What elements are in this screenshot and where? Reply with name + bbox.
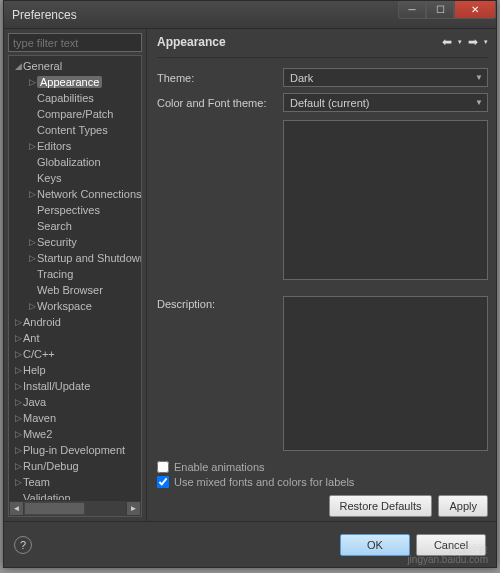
tree-item-label: Web Browser [37,284,103,296]
cancel-button[interactable]: Cancel [416,534,486,556]
dialog-body: ◢General▷AppearanceCapabilitiesCompare/P… [4,29,496,521]
tree-item[interactable]: ▷Editors [9,138,142,154]
tree-item-label: Android [23,316,61,328]
tree-item-label: Tracing [37,268,73,280]
expand-arrow-icon[interactable]: ▷ [13,445,23,455]
scroll-track[interactable] [24,501,126,516]
window-buttons: ─ ☐ ✕ [398,1,496,19]
back-icon[interactable]: ⬅ [442,35,452,49]
tree-item[interactable]: ▷Java [9,394,142,410]
tree-item[interactable]: ▷Mwe2 [9,426,142,442]
scroll-right-button[interactable]: ► [126,501,141,516]
tree-item[interactable]: Content Types [9,122,142,138]
tree-item[interactable]: Globalization [9,154,142,170]
preview-box [283,120,488,280]
tree-item[interactable]: ▷Ant [9,330,142,346]
apply-button[interactable]: Apply [438,495,488,517]
window-title: Preferences [12,8,77,22]
expand-arrow-icon[interactable]: ▷ [13,333,23,343]
tree-item-label: Workspace [37,300,92,312]
tree-item[interactable]: ▷Startup and Shutdown [9,250,142,266]
tree-item[interactable]: ▷Team [9,474,142,490]
tree-item[interactable]: Perspectives [9,202,142,218]
expand-arrow-icon[interactable]: ▷ [13,381,23,391]
tree-item-label: Editors [37,140,71,152]
preferences-window: Preferences ─ ☐ ✕ ◢General▷AppearanceCap… [3,0,497,568]
mixed-fonts-checkbox[interactable]: Use mixed fonts and colors for labels [157,476,488,488]
expand-arrow-icon[interactable]: ▷ [27,189,37,199]
main-panel: Appearance ⬅ ▾ ➡ ▾ Theme: Dark ▼ Color a… [147,29,496,521]
description-label: Description: [157,296,277,451]
nav-icons: ⬅ ▾ ➡ ▾ [442,35,488,49]
tree-item-label: Appearance [37,76,102,88]
expand-arrow-icon[interactable]: ▷ [13,429,23,439]
expand-arrow-icon[interactable]: ▷ [13,397,23,407]
footer-button-row: OK Cancel [340,534,486,556]
minimize-button[interactable]: ─ [398,1,426,19]
enable-animations-checkbox[interactable]: Enable animations [157,461,488,473]
restore-defaults-button[interactable]: Restore Defaults [329,495,433,517]
tree-item[interactable]: ▷Help [9,362,142,378]
tree-item[interactable]: ▷Android [9,314,142,330]
maximize-button[interactable]: ☐ [426,1,454,19]
tree-item[interactable]: Keys [9,170,142,186]
tree-item[interactable]: Web Browser [9,282,142,298]
tree-item[interactable]: Search [9,218,142,234]
close-button[interactable]: ✕ [454,1,496,19]
expand-arrow-icon[interactable]: ▷ [13,317,23,327]
forward-icon[interactable]: ➡ [468,35,478,49]
expand-arrow-icon[interactable]: ▷ [27,253,37,263]
color-font-label: Color and Font theme: [157,97,277,109]
scroll-left-button[interactable]: ◄ [9,501,24,516]
tree-item[interactable]: ▷Appearance [9,74,142,90]
expand-arrow-open-icon[interactable]: ◢ [13,61,23,71]
filter-input[interactable] [8,33,142,52]
expand-arrow-icon[interactable]: ▷ [13,461,23,471]
tree-item[interactable]: ▷Network Connections [9,186,142,202]
expand-arrow-icon[interactable]: ▷ [13,413,23,423]
tree-item[interactable]: Compare/Patch [9,106,142,122]
chevron-down-icon: ▼ [475,98,483,107]
tree-item[interactable]: ▷C/C++ [9,346,142,362]
tree-item-label: Java [23,396,46,408]
expand-arrow-icon[interactable]: ▷ [27,301,37,311]
expand-arrow-icon[interactable]: ▷ [13,349,23,359]
tree-item[interactable]: ▷Workspace [9,298,142,314]
mixed-fonts-label: Use mixed fonts and colors for labels [174,476,354,488]
preferences-tree[interactable]: ◢General▷AppearanceCapabilitiesCompare/P… [9,56,142,517]
enable-animations-input[interactable] [157,461,169,473]
theme-row: Theme: Dark ▼ [157,68,488,87]
expand-arrow-icon[interactable]: ▷ [27,77,37,87]
description-box [283,296,488,451]
tree-item-label: Keys [37,172,61,184]
theme-label: Theme: [157,72,277,84]
tree-item-label: Compare/Patch [37,108,113,120]
tree-item-label: Help [23,364,46,376]
tree-item[interactable]: ▷Maven [9,410,142,426]
forward-menu-icon[interactable]: ▾ [484,38,488,46]
theme-combo[interactable]: Dark ▼ [283,68,488,87]
expand-arrow-icon[interactable]: ▷ [13,365,23,375]
scroll-thumb[interactable] [24,502,85,515]
tree-item[interactable]: ▷Security [9,234,142,250]
tree-item-label: Globalization [37,156,101,168]
expand-arrow-icon[interactable]: ▷ [27,237,37,247]
help-icon[interactable]: ? [14,536,32,554]
titlebar: Preferences ─ ☐ ✕ [4,1,496,29]
color-font-row: Color and Font theme: Default (current) … [157,93,488,112]
tree-item[interactable]: Capabilities [9,90,142,106]
tree-item-label: C/C++ [23,348,55,360]
color-font-value: Default (current) [290,97,369,109]
expand-arrow-icon[interactable]: ▷ [13,477,23,487]
mixed-fonts-input[interactable] [157,476,169,488]
tree-item[interactable]: ◢General [9,58,142,74]
color-font-combo[interactable]: Default (current) ▼ [283,93,488,112]
horizontal-scrollbar[interactable]: ◄ ► [9,500,141,516]
ok-button[interactable]: OK [340,534,410,556]
tree-item[interactable]: ▷Install/Update [9,378,142,394]
tree-item[interactable]: ▷Run/Debug [9,458,142,474]
expand-arrow-icon[interactable]: ▷ [27,141,37,151]
tree-item[interactable]: ▷Plug-in Development [9,442,142,458]
tree-item[interactable]: Tracing [9,266,142,282]
back-menu-icon[interactable]: ▾ [458,38,462,46]
